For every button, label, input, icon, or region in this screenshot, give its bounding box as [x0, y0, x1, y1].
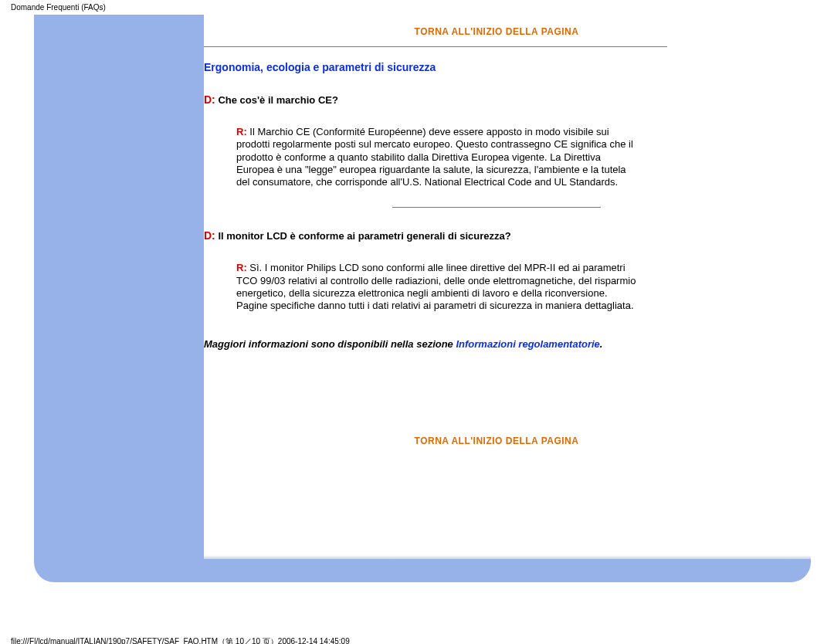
divider-top — [204, 46, 667, 47]
page-header-title: Domande Frequenti (FAQs) — [11, 3, 106, 12]
page-header: Domande Frequenti (FAQs) — [0, 0, 834, 15]
answer-text: Sì. I monitor Philips LCD sono conformi … — [236, 262, 636, 311]
content-panel: TORNA ALL'INIZIO DELLA PAGINA Ergonomia,… — [204, 15, 811, 555]
back-to-top-link-bottom[interactable]: TORNA ALL'INIZIO DELLA PAGINA — [415, 436, 579, 446]
faq-answer: R: Il Marchio CE (Conformité Européenne)… — [236, 126, 638, 188]
footer-file-path: file:///F|/lcd/manual/ITALIAN/190p7/SAFE… — [0, 582, 834, 644]
faq-item: D: Il monitor LCD è conforme ai parametr… — [204, 229, 789, 312]
regulatory-info-link[interactable]: Informazioni regolamentatorie — [456, 338, 599, 350]
section-title: Ergonomia, ecologia e parametri di sicur… — [204, 61, 789, 73]
answer-prefix: R: — [236, 262, 247, 273]
question-text: Che cos'è il marchio CE? — [215, 94, 338, 106]
top-back-link-row: TORNA ALL'INIZIO DELLA PAGINA — [204, 15, 789, 43]
faq-question: D: Che cos'è il marchio CE? — [204, 93, 789, 106]
more-info-lead: Maggiori informazioni sono disponibili n… — [204, 338, 456, 350]
question-text: Il monitor LCD è conforme ai parametri g… — [215, 230, 511, 242]
question-prefix: D: — [204, 93, 215, 106]
blue-border-panel: TORNA ALL'INIZIO DELLA PAGINA Ergonomia,… — [34, 15, 811, 560]
back-to-top-link-top[interactable]: TORNA ALL'INIZIO DELLA PAGINA — [415, 26, 579, 37]
faq-question: D: Il monitor LCD è conforme ai parametr… — [204, 229, 789, 242]
footer-path-text: file:///F|/lcd/manual/ITALIAN/190p7/SAFE… — [11, 637, 350, 644]
divider-mid — [392, 207, 601, 208]
bottom-back-link-row: TORNA ALL'INIZIO DELLA PAGINA — [204, 350, 789, 493]
content-inner: TORNA ALL'INIZIO DELLA PAGINA Ergonomia,… — [204, 15, 789, 493]
faq-answer: R: Sì. I monitor Philips LCD sono confor… — [236, 262, 638, 312]
blue-rounded-bottom — [34, 559, 811, 582]
answer-prefix: R: — [236, 126, 247, 137]
more-info-line: Maggiori informazioni sono disponibili n… — [204, 338, 789, 350]
document-frame: TORNA ALL'INIZIO DELLA PAGINA Ergonomia,… — [0, 15, 834, 582]
faq-item: D: Che cos'è il marchio CE? R: Il Marchi… — [204, 93, 789, 188]
more-info-suffix: . — [600, 338, 603, 350]
question-prefix: D: — [204, 229, 215, 242]
answer-text: Il Marchio CE (Conformité Européenne) de… — [236, 126, 633, 188]
